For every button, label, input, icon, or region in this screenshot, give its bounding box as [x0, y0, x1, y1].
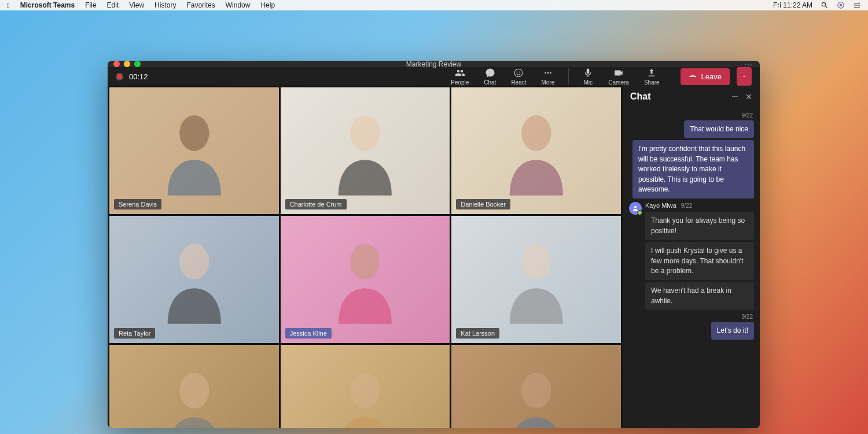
chat-panel: Chat 9/22 That would be nice I'm pretty … [623, 86, 760, 428]
video-grid: Serena Davis Charlotte de Crum Danielle … [108, 86, 623, 428]
close-chat-icon[interactable] [745, 93, 753, 101]
svg-point-11 [350, 115, 380, 150]
minimize-window-button[interactable] [124, 61, 130, 67]
chat-more-icon[interactable] [731, 93, 739, 101]
menu-view[interactable]: View [129, 1, 144, 9]
window-titlebar: Marketing Review ··· [108, 61, 760, 67]
leave-label: Leave [701, 72, 722, 81]
participant-name: Reta Taylor [114, 328, 155, 339]
recording-indicator-icon [116, 73, 123, 80]
camera-label: Camera [608, 79, 629, 86]
search-icon[interactable] [821, 1, 829, 9]
share-label: Share [644, 79, 660, 86]
more-icon [543, 68, 553, 78]
chat-label: Chat [484, 79, 496, 86]
menubar-clock[interactable]: Fri 11:22 AM [773, 1, 812, 9]
share-button[interactable]: Share [639, 68, 664, 86]
svg-point-12 [521, 115, 551, 150]
participant-tile[interactable]: Kat Larsson [451, 216, 621, 343]
svg-point-3 [858, 6, 859, 8]
meeting-title: Marketing Review [406, 61, 461, 68]
react-button[interactable]: React [506, 68, 531, 86]
participant-tile[interactable]: Reta Taylor [109, 216, 279, 343]
menu-edit[interactable]: Edit [107, 1, 119, 9]
svg-point-20 [732, 96, 733, 97]
chevron-down-icon [741, 73, 747, 79]
chat-message-other: I will push Krystal to give us a few mor… [645, 242, 754, 280]
message-date: 9/22 [741, 314, 754, 320]
meeting-timer: 00:12 [129, 72, 148, 81]
titlebar-more-icon[interactable]: ··· [744, 61, 753, 69]
app-name[interactable]: Microsoft Teams [20, 1, 75, 9]
participant-tile[interactable]: Ray Tanaka [451, 345, 621, 428]
menu-favorites[interactable]: Favorites [186, 1, 215, 9]
participant-name: Serena Davis [114, 199, 161, 209]
participant-name: Kat Larsson [456, 328, 499, 339]
svg-point-13 [179, 244, 209, 279]
chat-message-mine: Let's do it! [711, 322, 754, 340]
svg-point-6 [520, 71, 521, 72]
svg-point-15 [521, 244, 551, 279]
macos-menubar:  Microsoft Teams File Edit View History… [0, 0, 868, 10]
menu-window[interactable]: Window [226, 1, 251, 9]
react-icon [513, 68, 524, 78]
people-button[interactable]: People [446, 68, 473, 86]
camera-button[interactable]: Camera [604, 68, 634, 86]
participant-tile[interactable]: Danielle Booker [451, 87, 621, 214]
camera-icon [613, 68, 624, 78]
participant-tile[interactable]: Charlotte de Crum [281, 87, 450, 214]
svg-point-23 [634, 206, 637, 208]
mic-label: Mic [584, 79, 593, 86]
mic-button[interactable]: Mic [578, 68, 598, 86]
chat-messages[interactable]: 9/22 That would be nice I'm pretty confi… [623, 108, 760, 428]
hangup-icon [689, 72, 697, 80]
chat-header: Chat [623, 86, 760, 108]
participant-name: Charlotte de Crum [285, 199, 347, 209]
mic-icon [583, 68, 593, 78]
svg-point-8 [547, 72, 549, 73]
sender-avatar[interactable] [629, 202, 642, 215]
more-button[interactable]: More [537, 68, 560, 86]
menu-history[interactable]: History [155, 1, 176, 9]
participant-name: Danielle Booker [456, 199, 510, 209]
chat-message-other: Thank you for always being so positive! [645, 212, 754, 240]
svg-point-21 [734, 96, 735, 97]
share-icon [646, 68, 657, 78]
participant-tile[interactable]: Babak Shammas [109, 345, 279, 428]
participant-tile[interactable]: Jessica Kline [281, 216, 450, 343]
message-date: 9/22 [741, 112, 754, 119]
svg-point-1 [840, 4, 843, 7]
siri-icon[interactable] [837, 1, 845, 9]
teams-window: Marketing Review ··· 00:12 People Chat R… [108, 61, 760, 428]
meeting-toolbar: 00:12 People Chat React More Mic Camera [108, 67, 760, 86]
svg-point-5 [517, 71, 518, 72]
more-label: More [542, 79, 555, 86]
svg-point-9 [550, 72, 551, 73]
control-center-icon[interactable] [853, 1, 861, 9]
leave-button[interactable]: Leave [681, 68, 730, 85]
chat-message-other: We haven't had a break in awhile. [645, 282, 754, 310]
menu-help[interactable]: Help [260, 1, 275, 9]
traffic-lights [113, 61, 141, 67]
svg-point-22 [736, 96, 737, 97]
participant-tile[interactable]: Serena Davis [109, 87, 279, 214]
apple-logo-icon[interactable]:  [7, 1, 10, 10]
menu-file[interactable]: File [85, 1, 96, 9]
leave-dropdown-button[interactable] [737, 67, 752, 86]
chat-message-mine: That would be nice [684, 120, 754, 138]
svg-point-7 [545, 72, 546, 73]
svg-point-2 [858, 2, 859, 3]
people-icon [455, 68, 465, 78]
svg-point-16 [179, 373, 209, 408]
people-label: People [451, 79, 469, 86]
svg-point-18 [521, 373, 551, 408]
sender-name: Kayo Miwa [645, 202, 676, 209]
svg-point-10 [179, 115, 209, 150]
svg-point-14 [350, 244, 380, 279]
chat-button[interactable]: Chat [479, 68, 501, 86]
participant-tile[interactable]: Krystal McKinney [281, 345, 450, 428]
maximize-window-button[interactable] [134, 61, 141, 67]
close-window-button[interactable] [113, 61, 120, 67]
message-date: 9/22 [680, 203, 693, 209]
chat-title: Chat [630, 91, 725, 102]
